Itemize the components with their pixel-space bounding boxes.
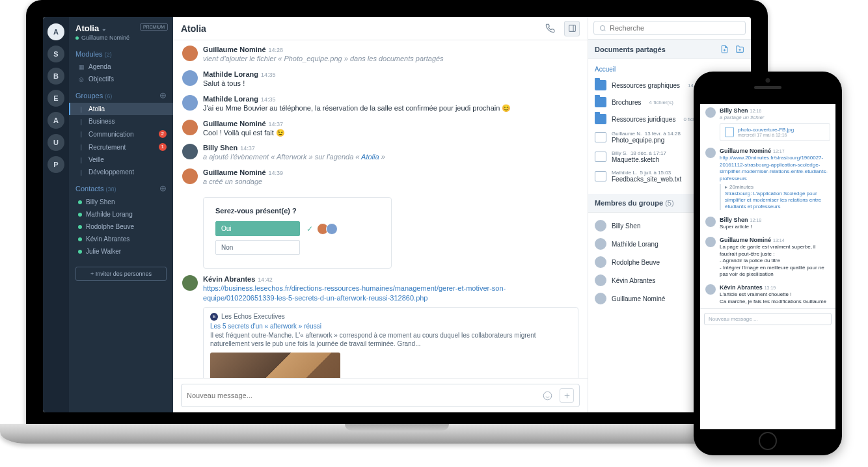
message-text: Cool ! Voilà qui est fait 😉	[203, 128, 578, 138]
group-item[interactable]: ❘Développement	[69, 166, 173, 178]
message: Mathilde Lorang14:35J'ai eu Mme Bouvier …	[182, 95, 578, 113]
presence-dot	[78, 213, 82, 217]
current-user: Guillaume Nominé	[81, 34, 129, 41]
invite-button[interactable]: + Inviter des personnes	[75, 267, 167, 281]
contact-item[interactable]: Rodolphe Beuve	[69, 220, 173, 233]
avatar	[182, 70, 198, 86]
workspace-avatar[interactable]: A	[47, 23, 64, 40]
image-file-icon	[725, 127, 734, 137]
avatar	[182, 120, 198, 135]
phone-message-input[interactable]: Nouveau message ...	[704, 313, 832, 325]
workspace-avatar[interactable]: S	[47, 46, 64, 62]
laptop-frame: ASBEAUP Atolia ⌄ PREMIUM Guillaume Nomin…	[26, 0, 768, 444]
shared-link[interactable]: https://business.lesechos.fr/directions-…	[203, 284, 506, 302]
avatar	[182, 168, 198, 184]
shared-link[interactable]: http://www.20minutes.fr/strasbourg/19600…	[720, 155, 828, 181]
author-name: Guillaume Nominé	[203, 120, 266, 127]
group-icon: ❘	[78, 118, 85, 125]
author-name: Mathilde Lorang	[203, 70, 258, 78]
message: Billy Shen14:37a ajouté l'évènement « Af…	[182, 144, 578, 162]
message-text: Salut à tous !	[203, 79, 578, 88]
author-name: Guillaume Nominé	[203, 46, 266, 53]
workspace-avatar[interactable]: B	[47, 68, 64, 85]
contact-item[interactable]: Kévin Abrantes	[69, 233, 173, 245]
folder-icon	[595, 80, 606, 90]
message: Kévin Abrantes14:42https://business.lese…	[182, 275, 578, 378]
group-icon: ❘	[78, 157, 85, 163]
search-input[interactable]	[610, 24, 740, 32]
presence-dot	[75, 36, 79, 40]
timestamp: 14:28	[269, 47, 284, 53]
calendar-icon: ▦	[78, 64, 85, 70]
agenda-link[interactable]: Atolia	[361, 153, 379, 161]
avatar	[595, 256, 606, 268]
message: Mathilde Lorang14:35Salut à tous !	[182, 70, 578, 88]
poll-option[interactable]: Oui	[215, 221, 300, 236]
message-list: Guillaume Nominé14:28vient d'ajouter le …	[173, 40, 588, 378]
message-input[interactable]	[187, 392, 535, 399]
search-box[interactable]	[593, 21, 746, 35]
group-item[interactable]: ❘Communication2	[69, 127, 173, 140]
unread-badge: 2	[159, 130, 167, 138]
new-folder-icon[interactable]	[735, 45, 744, 53]
section-contacts[interactable]: Contacts (38) ⊕	[69, 178, 173, 196]
new-file-icon[interactable]	[720, 45, 729, 53]
channel-title: Atolia	[181, 23, 536, 34]
workspace-avatar[interactable]: P	[47, 156, 64, 173]
home-button[interactable]	[759, 432, 777, 450]
emoji-icon[interactable]	[540, 388, 554, 403]
avatar	[595, 238, 606, 250]
poll-option[interactable]: Non	[215, 240, 300, 255]
phone-message: Billy Shen12:18Super article !	[700, 213, 835, 233]
check-icon: ✓	[306, 224, 313, 233]
contact-item[interactable]: Mathilde Lorang	[69, 208, 173, 220]
link-preview[interactable]: ELes Echos ExecutivesLes 5 secrets d'un …	[203, 307, 578, 378]
workspace-avatar[interactable]: A	[47, 112, 64, 129]
message-text: J'ai eu Mme Bouvier au téléphone, la rés…	[203, 103, 578, 113]
link-embed[interactable]: ▸20minutesStrasbourg: L'application Scol…	[720, 184, 830, 210]
workspace-avatar[interactable]: U	[47, 134, 64, 151]
presence-dot	[78, 250, 82, 254]
source-icon: E	[210, 313, 218, 321]
avatar	[595, 293, 606, 304]
poll-card: Serez-vous présent(e) ?Oui✓Non	[203, 197, 392, 269]
presence-dot	[78, 225, 82, 229]
contact-item[interactable]: Julie Walker	[69, 245, 173, 258]
timestamp: 14:39	[269, 170, 284, 176]
group-item[interactable]: ❘Business	[69, 115, 173, 127]
section-groups[interactable]: Groupes (6) ⊕	[69, 85, 173, 103]
file-attachment[interactable]: photo-couverture-FB.jpgmercredi 17 mai à…	[720, 123, 830, 141]
unread-badge: 1	[159, 143, 167, 151]
avatar	[705, 107, 716, 118]
message-text: a ajouté l'évènement « Afterwork » sur l…	[203, 152, 578, 162]
timestamp: 14:35	[261, 72, 276, 78]
svg-point-2	[543, 392, 552, 400]
module-item[interactable]: ◎Objectifs	[69, 73, 173, 85]
preview-image	[210, 353, 340, 378]
add-group-icon[interactable]: ⊕	[159, 90, 167, 100]
avatar	[595, 274, 606, 286]
group-icon: ❘	[78, 169, 85, 176]
author-name: Billy Shen	[203, 144, 237, 152]
folder-icon	[595, 97, 606, 107]
section-modules[interactable]: Modules (2)	[69, 45, 173, 60]
add-contact-icon[interactable]: ⊕	[159, 183, 167, 193]
poll-message: Serez-vous présent(e) ?Oui✓Non	[182, 193, 578, 269]
avatar	[705, 217, 716, 227]
group-item[interactable]: ❘Atolia	[69, 103, 173, 115]
phone-message: Billy Shen12:16a partagé un fichierphoto…	[700, 104, 835, 144]
workspace-avatar[interactable]: E	[47, 90, 64, 107]
module-item[interactable]: ▦Agenda	[69, 60, 173, 73]
message-text: vient d'ajouter le fichier « Photo_equip…	[203, 54, 578, 64]
attach-icon[interactable]	[560, 388, 574, 403]
avatar	[182, 144, 198, 159]
folder-icon	[595, 114, 606, 124]
collapse-panel-icon[interactable]	[564, 21, 580, 36]
contact-item[interactable]: Billy Shen	[69, 196, 173, 208]
message-text: a créé un sondage	[203, 177, 578, 187]
group-item[interactable]: ❘Recrutement1	[69, 140, 173, 153]
call-icon[interactable]	[542, 21, 558, 36]
group-item[interactable]: ❘Veille	[69, 153, 173, 166]
composer	[173, 378, 588, 412]
presence-dot	[78, 200, 82, 204]
